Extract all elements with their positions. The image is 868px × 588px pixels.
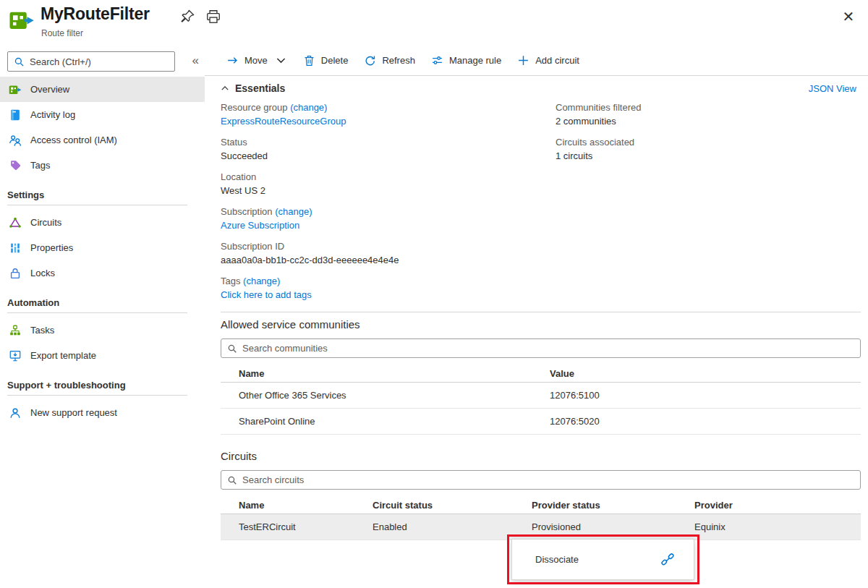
- json-view-link[interactable]: JSON View: [809, 83, 856, 94]
- circuits-associated-label: Circuits associated: [556, 135, 868, 149]
- communities-search-input[interactable]: [242, 343, 854, 354]
- sidebar-section-automation: Automation: [0, 286, 205, 312]
- table-row[interactable]: TestERCircuit Enabled Provisioned Equini…: [221, 514, 861, 540]
- subscription-field: Subscription (change) Azure Subscription: [221, 205, 556, 232]
- divider: [7, 312, 187, 313]
- sliders-icon: [431, 54, 443, 67]
- circuits-associated-value: 1 circuits: [556, 149, 868, 163]
- tags-label: Tags: [221, 276, 243, 286]
- dissociate-menu-item[interactable]: Dissociate: [511, 539, 694, 580]
- community-name: Other Office 365 Services: [221, 390, 550, 401]
- resource-group-field: Resource group (change) ExpressRouteReso…: [221, 101, 556, 128]
- sidebar-item-label: Overview: [30, 84, 69, 95]
- essentials-title: Essentials: [235, 82, 285, 94]
- main-content: Move Delete Refresh Manage rule Add circ…: [205, 45, 868, 588]
- tags-change-link[interactable]: (change): [243, 276, 280, 286]
- dissociate-unlink-icon: [660, 553, 675, 567]
- table-row[interactable]: SharePoint Online 12076:5020: [221, 409, 861, 435]
- circuit-provider-status: Provisioned: [532, 521, 694, 532]
- pin-icon[interactable]: [179, 9, 195, 25]
- page-subtitle: Route filter: [41, 28, 83, 38]
- circuits-table-header: Name Circuit status Provider status Prov…: [221, 497, 861, 514]
- subscription-link[interactable]: Azure Subscription: [221, 220, 299, 231]
- sidebar-item-circuits[interactable]: Circuits: [0, 210, 205, 235]
- column-header-value: Value: [550, 368, 861, 379]
- circuits-search-input[interactable]: [242, 474, 854, 485]
- support-person-icon: [9, 406, 22, 419]
- communities-filtered-label: Communities filtered: [556, 101, 868, 114]
- subscription-id-value: aaaa0a0a-bb1b-cc2c-dd3d-eeeeee4e4e4e: [221, 253, 556, 267]
- sidebar-item-properties[interactable]: Properties: [0, 235, 205, 260]
- essentials-toggle[interactable]: Essentials: [221, 82, 285, 94]
- circuits-title: Circuits: [221, 450, 861, 464]
- close-icon[interactable]: ✕: [839, 7, 858, 26]
- sidebar-section-support: Support + troubleshooting: [0, 368, 205, 395]
- table-row[interactable]: Other Office 365 Services 12076:5100: [221, 383, 861, 409]
- circuits-section: Circuits Name Circuit status Provider st…: [221, 450, 861, 540]
- communities-table-header: Name Value: [221, 365, 861, 383]
- trash-icon: [303, 54, 315, 67]
- activity-log-icon: [9, 108, 22, 122]
- page-header: MyRouteFilter Route filter ✕: [0, 0, 868, 45]
- communities-section: Allowed service communities Name Value O…: [221, 318, 861, 435]
- move-label: Move: [244, 55, 268, 66]
- sidebar-item-tags[interactable]: Tags: [0, 153, 205, 178]
- sidebar-item-activity-log[interactable]: Activity log: [0, 102, 205, 127]
- subscription-change-link[interactable]: (change): [275, 206, 312, 217]
- add-circuit-button[interactable]: Add circuit: [517, 54, 579, 67]
- sidebar-item-new-support-request[interactable]: New support request: [0, 400, 205, 425]
- status-label: Status: [221, 135, 556, 149]
- delete-button[interactable]: Delete: [303, 54, 349, 67]
- column-header-provider-status: Provider status: [532, 500, 694, 511]
- sidebar-item-export-template[interactable]: Export template: [0, 343, 205, 368]
- communities-filtered-value: 2 communities: [556, 114, 868, 128]
- sidebar-item-locks[interactable]: Locks: [0, 260, 205, 286]
- community-value: 12076:5100: [550, 390, 861, 401]
- status-field: Status Succeeded: [221, 135, 556, 163]
- properties-icon: [9, 242, 22, 255]
- sidebar-item-tasks[interactable]: Tasks: [0, 318, 205, 343]
- delete-label: Delete: [321, 55, 349, 66]
- search-icon: [14, 56, 25, 67]
- subscription-id-field: Subscription ID aaaa0a0a-bb1b-cc2c-dd3d-…: [221, 239, 556, 267]
- search-icon: [227, 475, 237, 485]
- column-header-circuit-status: Circuit status: [373, 500, 532, 511]
- resource-group-change-link[interactable]: (change): [290, 102, 327, 113]
- circuit-provider: Equinix: [694, 521, 861, 532]
- plus-icon: [517, 54, 529, 67]
- circuits-table: Name Circuit status Provider status Prov…: [221, 497, 861, 540]
- communities-filtered-field: Communities filtered 2 communities: [556, 101, 868, 128]
- sidebar-item-label: Locks: [30, 268, 55, 278]
- column-header-name: Name: [221, 500, 373, 511]
- circuits-search-box[interactable]: [221, 470, 861, 490]
- refresh-button[interactable]: Refresh: [364, 54, 415, 67]
- collapse-sidebar-icon[interactable]: «: [192, 54, 199, 68]
- command-bar: Move Delete Refresh Manage rule Add circ…: [205, 45, 868, 76]
- sidebar-section-settings: Settings: [0, 178, 205, 205]
- add-tags-link[interactable]: Click here to add tags: [221, 289, 312, 300]
- tasks-icon: [9, 324, 22, 337]
- divider: [7, 395, 187, 396]
- manage-rule-button[interactable]: Manage rule: [431, 54, 501, 67]
- column-header-provider: Provider: [694, 500, 861, 511]
- circuits-icon: [9, 216, 22, 229]
- sidebar-search-input[interactable]: [30, 56, 169, 67]
- refresh-icon: [364, 54, 376, 67]
- move-button[interactable]: Move: [226, 54, 287, 67]
- column-header-name: Name: [221, 368, 550, 379]
- export-template-icon: [9, 349, 22, 362]
- sidebar-search-box[interactable]: [7, 51, 175, 72]
- sidebar: « Overview Activity log Access control (…: [0, 45, 205, 588]
- circuits-associated-field: Circuits associated 1 circuits: [556, 135, 868, 163]
- sidebar-item-access-control[interactable]: Access control (IAM): [0, 127, 205, 153]
- communities-search-box[interactable]: [221, 338, 861, 358]
- resource-group-link[interactable]: ExpressRouteResourceGroup: [221, 116, 346, 127]
- sidebar-item-label: Export template: [30, 350, 96, 361]
- route-filter-icon: [9, 83, 22, 96]
- location-field: Location West US 2: [221, 170, 556, 197]
- location-value: West US 2: [221, 184, 556, 197]
- sidebar-item-overview[interactable]: Overview: [0, 77, 205, 102]
- resource-group-label: Resource group: [221, 102, 290, 113]
- tag-icon: [9, 159, 22, 172]
- printer-icon[interactable]: [205, 9, 221, 25]
